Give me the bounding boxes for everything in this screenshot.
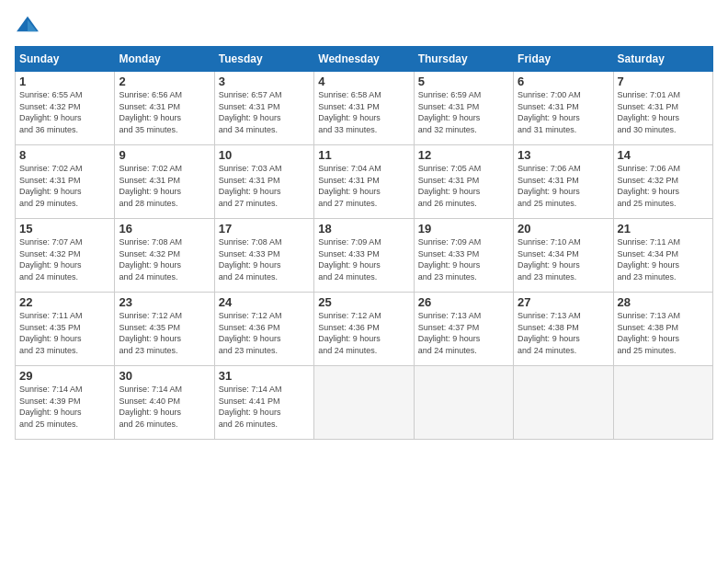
day-cell: 1Sunrise: 6:55 AM Sunset: 4:32 PM Daylig… [16,72,115,145]
week-row-3: 15Sunrise: 7:07 AM Sunset: 4:32 PM Dayli… [16,219,713,293]
day-cell: 21Sunrise: 7:11 AM Sunset: 4:34 PM Dayli… [613,219,712,293]
day-info: Sunrise: 6:58 AM Sunset: 4:31 PM Dayligh… [318,89,409,135]
day-info: Sunrise: 6:57 AM Sunset: 4:31 PM Dayligh… [219,89,310,135]
day-info: Sunrise: 7:13 AM Sunset: 4:38 PM Dayligh… [618,310,709,356]
day-info: Sunrise: 7:00 AM Sunset: 4:31 PM Dayligh… [518,89,609,135]
day-info: Sunrise: 7:05 AM Sunset: 4:31 PM Dayligh… [418,163,509,209]
calendar-body: 1Sunrise: 6:55 AM Sunset: 4:32 PM Daylig… [16,72,713,440]
day-cell: 9Sunrise: 7:02 AM Sunset: 4:31 PM Daylig… [115,145,214,219]
day-info: Sunrise: 7:14 AM Sunset: 4:41 PM Dayligh… [219,384,310,430]
day-info: Sunrise: 7:13 AM Sunset: 4:37 PM Dayligh… [418,310,509,356]
day-number: 29 [19,369,110,383]
day-info: Sunrise: 7:13 AM Sunset: 4:38 PM Dayligh… [518,310,609,356]
day-info: Sunrise: 7:08 AM Sunset: 4:33 PM Dayligh… [219,236,310,282]
day-cell: 3Sunrise: 6:57 AM Sunset: 4:31 PM Daylig… [214,72,313,145]
day-number: 16 [119,222,210,236]
week-row-5: 29Sunrise: 7:14 AM Sunset: 4:39 PM Dayli… [16,366,713,440]
day-number: 6 [518,75,609,88]
day-cell: 13Sunrise: 7:06 AM Sunset: 4:31 PM Dayli… [514,145,613,219]
day-cell: 17Sunrise: 7:08 AM Sunset: 4:33 PM Dayli… [214,219,313,293]
day-info: Sunrise: 7:09 AM Sunset: 4:33 PM Dayligh… [318,236,409,282]
day-info: Sunrise: 7:10 AM Sunset: 4:34 PM Dayligh… [518,236,609,282]
day-cell: 7Sunrise: 7:01 AM Sunset: 4:31 PM Daylig… [613,72,712,145]
day-cell: 8Sunrise: 7:02 AM Sunset: 4:31 PM Daylig… [16,145,115,219]
day-number: 10 [219,148,310,162]
day-number: 4 [318,75,409,88]
weekday-header-friday: Friday [514,47,613,72]
day-cell: 31Sunrise: 7:14 AM Sunset: 4:41 PM Dayli… [214,366,313,440]
day-cell [414,366,513,440]
day-info: Sunrise: 7:07 AM Sunset: 4:32 PM Dayligh… [19,236,110,282]
day-cell: 10Sunrise: 7:03 AM Sunset: 4:31 PM Dayli… [214,145,313,219]
day-number: 7 [618,75,709,88]
day-cell: 12Sunrise: 7:05 AM Sunset: 4:31 PM Dayli… [414,145,513,219]
day-info: Sunrise: 6:56 AM Sunset: 4:31 PM Dayligh… [119,89,210,135]
day-number: 24 [219,295,310,309]
header [15,15,713,35]
day-number: 15 [19,222,110,236]
day-number: 12 [418,148,509,162]
day-info: Sunrise: 6:59 AM Sunset: 4:31 PM Dayligh… [418,89,509,135]
day-info: Sunrise: 7:06 AM Sunset: 4:31 PM Dayligh… [518,163,609,209]
day-number: 25 [318,295,409,309]
day-cell: 20Sunrise: 7:10 AM Sunset: 4:34 PM Dayli… [514,219,613,293]
day-info: Sunrise: 6:55 AM Sunset: 4:32 PM Dayligh… [19,89,110,135]
day-info: Sunrise: 7:09 AM Sunset: 4:33 PM Dayligh… [418,236,509,282]
day-info: Sunrise: 7:06 AM Sunset: 4:32 PM Dayligh… [618,163,709,209]
weekday-header-row: SundayMondayTuesdayWednesdayThursdayFrid… [16,47,713,72]
day-info: Sunrise: 7:12 AM Sunset: 4:36 PM Dayligh… [219,310,310,356]
day-cell [314,366,414,440]
day-number: 5 [418,75,509,88]
day-info: Sunrise: 7:14 AM Sunset: 4:40 PM Dayligh… [119,384,210,430]
day-cell: 22Sunrise: 7:11 AM Sunset: 4:35 PM Dayli… [16,293,115,366]
day-number: 26 [418,295,509,309]
day-info: Sunrise: 7:12 AM Sunset: 4:35 PM Dayligh… [119,310,210,356]
day-cell: 15Sunrise: 7:07 AM Sunset: 4:32 PM Dayli… [16,219,115,293]
calendar-table: SundayMondayTuesdayWednesdayThursdayFrid… [15,46,713,440]
day-number: 2 [119,75,210,88]
weekday-header-monday: Monday [115,47,214,72]
day-number: 18 [318,222,409,236]
day-cell: 18Sunrise: 7:09 AM Sunset: 4:33 PM Dayli… [314,219,414,293]
day-number: 31 [219,369,310,383]
day-number: 23 [119,295,210,309]
day-cell: 14Sunrise: 7:06 AM Sunset: 4:32 PM Dayli… [613,145,712,219]
day-number: 20 [518,222,609,236]
day-cell: 23Sunrise: 7:12 AM Sunset: 4:35 PM Dayli… [115,293,214,366]
day-cell: 11Sunrise: 7:04 AM Sunset: 4:31 PM Dayli… [314,145,414,219]
day-cell: 19Sunrise: 7:09 AM Sunset: 4:33 PM Dayli… [414,219,513,293]
day-cell: 27Sunrise: 7:13 AM Sunset: 4:38 PM Dayli… [514,293,613,366]
day-info: Sunrise: 7:08 AM Sunset: 4:32 PM Dayligh… [119,236,210,282]
day-cell: 28Sunrise: 7:13 AM Sunset: 4:38 PM Dayli… [613,293,712,366]
day-cell: 30Sunrise: 7:14 AM Sunset: 4:40 PM Dayli… [115,366,214,440]
logo [15,15,44,35]
day-info: Sunrise: 7:02 AM Sunset: 4:31 PM Dayligh… [19,163,110,209]
weekday-header-saturday: Saturday [613,47,712,72]
day-number: 8 [19,148,110,162]
day-number: 19 [418,222,509,236]
day-number: 9 [119,148,210,162]
day-cell: 24Sunrise: 7:12 AM Sunset: 4:36 PM Dayli… [214,293,313,366]
day-info: Sunrise: 7:04 AM Sunset: 4:31 PM Dayligh… [318,163,409,209]
day-info: Sunrise: 7:11 AM Sunset: 4:35 PM Dayligh… [19,310,110,356]
day-number: 13 [518,148,609,162]
day-info: Sunrise: 7:01 AM Sunset: 4:31 PM Dayligh… [618,89,709,135]
week-row-2: 8Sunrise: 7:02 AM Sunset: 4:31 PM Daylig… [16,145,713,219]
day-number: 14 [618,148,709,162]
day-info: Sunrise: 7:14 AM Sunset: 4:39 PM Dayligh… [19,384,110,430]
day-number: 21 [618,222,709,236]
day-cell: 16Sunrise: 7:08 AM Sunset: 4:32 PM Dayli… [115,219,214,293]
day-cell [613,366,712,440]
day-cell: 5Sunrise: 6:59 AM Sunset: 4:31 PM Daylig… [414,72,513,145]
day-cell: 2Sunrise: 6:56 AM Sunset: 4:31 PM Daylig… [115,72,214,145]
day-info: Sunrise: 7:03 AM Sunset: 4:31 PM Dayligh… [219,163,310,209]
week-row-1: 1Sunrise: 6:55 AM Sunset: 4:32 PM Daylig… [16,72,713,145]
weekday-header-tuesday: Tuesday [214,47,313,72]
day-number: 27 [518,295,609,309]
day-number: 30 [119,369,210,383]
day-info: Sunrise: 7:02 AM Sunset: 4:31 PM Dayligh… [119,163,210,209]
weekday-header-sunday: Sunday [16,47,115,72]
day-cell [514,366,613,440]
day-number: 17 [219,222,310,236]
calendar-container: SundayMondayTuesdayWednesdayThursdayFrid… [0,0,728,449]
